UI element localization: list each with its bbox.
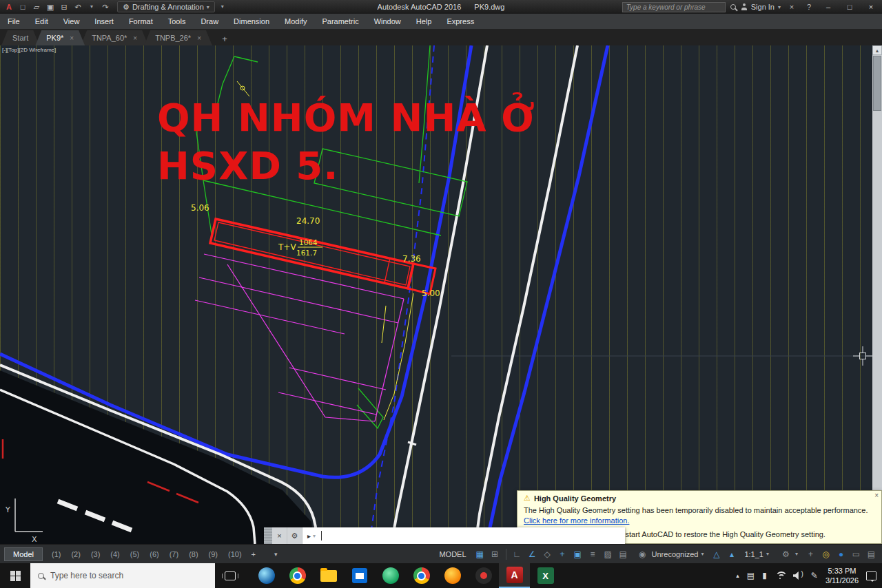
chevron-down-icon[interactable]: ▾ — [313, 533, 316, 539]
menu-draw[interactable]: Draw — [193, 14, 226, 29]
layout-tab-4[interactable]: (4) — [105, 548, 124, 560]
taskbar-app-chrome-2[interactable] — [406, 563, 437, 588]
speaker-icon[interactable] — [793, 571, 803, 580]
layout-tab-1[interactable]: (1) — [47, 548, 65, 560]
snap-mode-icon[interactable]: ⊞ — [489, 549, 502, 559]
layout-tab-8[interactable]: (8) — [184, 548, 203, 560]
isolate-objects-icon[interactable]: ◎ — [819, 549, 832, 559]
taskbar-app-chrome[interactable] — [282, 563, 313, 588]
taskbar-app-dark-browser[interactable] — [468, 563, 499, 588]
qat-dropdown-icon[interactable]: ▾ — [216, 0, 229, 14]
close-button[interactable]: × — [863, 3, 879, 11]
osnap-tracking-icon[interactable]: + — [556, 549, 569, 559]
customization-plus-icon[interactable]: + — [804, 549, 817, 559]
taskbar-search[interactable]: Type here to search — [30, 563, 215, 588]
menu-parametric[interactable]: Parametric — [314, 14, 366, 29]
command-line-grip[interactable] — [264, 527, 272, 544]
annotation-autoscale-icon[interactable]: ▴ — [725, 549, 738, 559]
drawing-canvas[interactable]: 5.06 24.70 T+V 1064 161.7 7.36 5.00 QH N… — [0, 45, 882, 544]
workspace-switcher[interactable]: ⚙ Drafting & Annotation ▾ — [117, 1, 215, 12]
file-tab-tnpb26[interactable]: TNPB_26* × — [144, 30, 212, 45]
viewport-controls[interactable]: [-][Top][2D Wireframe] — [2, 47, 56, 53]
taskbar-app-excel[interactable]: X — [530, 563, 561, 588]
close-icon[interactable]: × — [70, 34, 74, 42]
new-file-icon[interactable]: □ — [17, 0, 29, 14]
battery-icon[interactable]: ▮ — [762, 571, 767, 580]
taskbar-app-file-explorer[interactable] — [313, 563, 344, 588]
menu-tools[interactable]: Tools — [161, 14, 194, 29]
undo-dropdown-icon[interactable]: ▾ — [85, 0, 98, 14]
model-layout-tab[interactable]: Model — [4, 547, 43, 561]
workspace-switching-button[interactable]: ⚙ ▾ — [775, 549, 802, 559]
geolocation-status[interactable]: ◉ Unrecognized ▾ — [632, 549, 708, 559]
taskbar-app-green[interactable] — [375, 563, 406, 588]
layout-tab-6[interactable]: (6) — [145, 548, 163, 560]
help-icon[interactable]: ? — [803, 0, 815, 14]
close-icon[interactable]: × — [133, 34, 137, 42]
wrench-icon[interactable]: ⚙ — [287, 527, 302, 544]
redo-icon[interactable]: ↷ — [99, 0, 112, 14]
taskbar-app-edge[interactable] — [251, 563, 282, 588]
infocenter-search-input[interactable] — [622, 2, 726, 12]
object-snap-icon[interactable]: ▣ — [571, 549, 584, 559]
chevron-up-icon[interactable]: ▴ — [736, 572, 739, 579]
more-info-link[interactable]: Click here for more information. — [524, 516, 629, 525]
model-space-button[interactable]: MODEL — [434, 550, 471, 558]
close-icon[interactable]: × — [874, 492, 879, 499]
file-tab-pk9[interactable]: PK9* × — [35, 30, 85, 45]
file-tab-tnpa60[interactable]: TNPA_60* × — [81, 30, 148, 45]
taskbar-app-autocad[interactable]: A — [499, 563, 530, 588]
menu-view[interactable]: View — [56, 14, 88, 29]
save-icon[interactable]: ▣ — [44, 0, 57, 14]
scrollbar-thumb[interactable] — [873, 56, 881, 111]
taskbar-clock[interactable]: 5:33 PM 3/11/2026 — [825, 566, 859, 586]
menu-file[interactable]: File — [0, 14, 28, 29]
start-button[interactable] — [0, 563, 30, 588]
lineweight-icon[interactable]: ≡ — [586, 549, 599, 559]
layout-tab-3[interactable]: (3) — [86, 548, 105, 560]
menu-window[interactable]: Window — [367, 14, 409, 29]
menu-help[interactable]: Help — [409, 14, 440, 29]
layout-tab-5[interactable]: (5) — [125, 548, 144, 560]
command-line[interactable]: × ⚙ ▸ ▾ — [264, 527, 625, 544]
a360-icon[interactable]: × — [786, 0, 798, 14]
layout-tab-9[interactable]: (9) — [204, 548, 223, 560]
new-layout-button[interactable]: + — [247, 548, 260, 560]
layout-tab-2[interactable]: (2) — [66, 548, 85, 560]
maximize-button[interactable]: □ — [841, 3, 858, 11]
new-drawing-tab-button[interactable]: + — [218, 32, 232, 45]
close-icon[interactable]: × — [272, 527, 287, 544]
annotation-visibility-icon[interactable]: △ — [710, 549, 723, 559]
menu-edit[interactable]: Edit — [28, 14, 56, 29]
wifi-icon[interactable] — [775, 571, 786, 580]
layout-tab-7[interactable]: (7) — [165, 548, 183, 560]
sign-in-button[interactable]: Sign In ▾ — [741, 3, 781, 11]
search-icon[interactable] — [730, 4, 736, 10]
pen-icon[interactable]: ✎ — [811, 571, 818, 580]
menu-express[interactable]: Express — [439, 14, 482, 29]
selection-cycling-icon[interactable]: ▤ — [617, 549, 630, 559]
menu-dimension[interactable]: Dimension — [226, 14, 277, 29]
transparency-icon[interactable]: ▨ — [602, 549, 615, 559]
minimize-button[interactable]: – — [820, 3, 837, 11]
ortho-mode-icon[interactable]: ∟ — [511, 549, 524, 559]
grid-display-icon[interactable]: ▦ — [473, 549, 486, 559]
layout-tab-10[interactable]: (10) — [223, 548, 247, 560]
command-input[interactable]: ▸ ▾ — [302, 527, 625, 544]
action-center-icon[interactable] — [866, 571, 876, 580]
annotation-scale-button[interactable]: 1:1_1 ▾ — [740, 550, 773, 558]
chevron-down-icon[interactable]: ▾ — [274, 551, 278, 558]
scroll-up-icon[interactable]: ▲ — [872, 45, 882, 55]
keyboard-icon[interactable]: ▤ — [747, 571, 755, 580]
task-view-button[interactable] — [215, 563, 245, 588]
customization-menu-icon[interactable]: ▤ — [865, 549, 878, 559]
close-icon[interactable]: × — [197, 34, 201, 42]
clean-screen-icon[interactable]: ▭ — [850, 549, 863, 559]
vertical-scrollbar[interactable]: ▲ ▼ — [872, 45, 882, 544]
application-menu-button[interactable]: A — [3, 0, 15, 14]
taskbar-app-orange[interactable] — [437, 563, 468, 588]
menu-format[interactable]: Format — [121, 14, 161, 29]
open-file-icon[interactable]: ▱ — [30, 0, 43, 14]
polar-tracking-icon[interactable]: ∠ — [526, 549, 539, 559]
hardware-acceleration-icon[interactable]: ● — [834, 549, 848, 559]
